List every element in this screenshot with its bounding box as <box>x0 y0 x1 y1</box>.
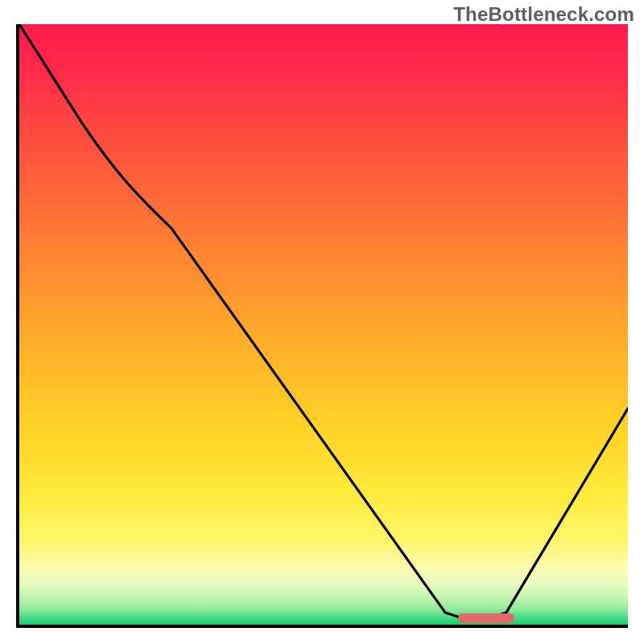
bottleneck-curve <box>19 24 628 625</box>
plot-area <box>16 24 628 628</box>
optimal-marker <box>458 613 514 623</box>
watermark-text: TheBottleneck.com <box>453 3 634 26</box>
chart-container: TheBottleneck.com <box>0 0 644 644</box>
